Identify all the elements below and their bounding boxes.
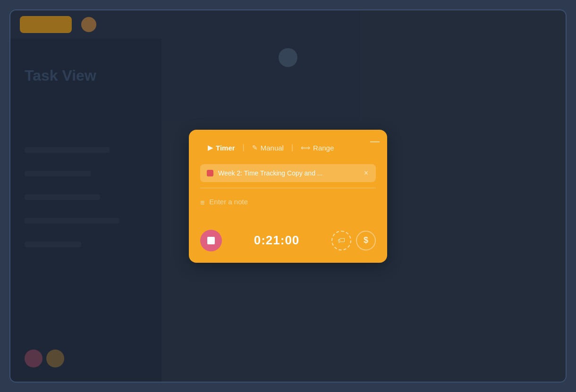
stop-icon bbox=[207, 237, 215, 244]
tab-timer[interactable]: ▶ Timer bbox=[200, 141, 243, 155]
tab-row: ▶ Timer | ✎ Manual | ⟺ Range bbox=[200, 141, 376, 155]
manual-tab-label: Manual bbox=[261, 144, 284, 152]
task-selector[interactable]: Week 2: Time Tracking Copy and ... × bbox=[200, 164, 376, 182]
timer-modal: — ▶ Timer | ✎ Manual | ⟺ Range bbox=[189, 130, 387, 263]
task-underline bbox=[200, 188, 376, 188]
note-row: ≡ bbox=[200, 194, 376, 222]
dollar-icon: $ bbox=[364, 235, 368, 245]
right-controls: 🏷 $ bbox=[331, 231, 376, 250]
bottom-controls: 0:21:00 🏷 $ bbox=[200, 230, 376, 251]
task-name: Week 2: Time Tracking Copy and ... bbox=[218, 169, 358, 177]
minimize-button[interactable]: — bbox=[370, 136, 380, 146]
tab-range[interactable]: ⟺ Range bbox=[293, 141, 341, 155]
tag-button[interactable]: 🏷 bbox=[331, 231, 351, 250]
modal-overlay: — ▶ Timer | ✎ Manual | ⟺ Range bbox=[10, 10, 566, 382]
task-color-indicator bbox=[207, 170, 213, 176]
app-frame: Task View — ▶ Timer | bbox=[9, 9, 567, 383]
tab-manual[interactable]: ✎ Manual bbox=[245, 141, 291, 155]
stop-button[interactable] bbox=[200, 230, 222, 251]
timer-display: 0:21:00 bbox=[254, 233, 300, 248]
note-icon: ≡ bbox=[200, 199, 204, 207]
note-input[interactable] bbox=[209, 198, 376, 214]
manual-tab-icon: ✎ bbox=[252, 144, 258, 151]
timer-tab-icon: ▶ bbox=[208, 144, 213, 151]
timer-tab-label: Timer bbox=[216, 144, 235, 152]
range-tab-icon: ⟺ bbox=[301, 144, 310, 151]
task-clear-button[interactable]: × bbox=[363, 169, 369, 177]
range-tab-label: Range bbox=[313, 144, 334, 152]
billing-button[interactable]: $ bbox=[356, 231, 376, 250]
tag-icon: 🏷 bbox=[338, 236, 345, 245]
